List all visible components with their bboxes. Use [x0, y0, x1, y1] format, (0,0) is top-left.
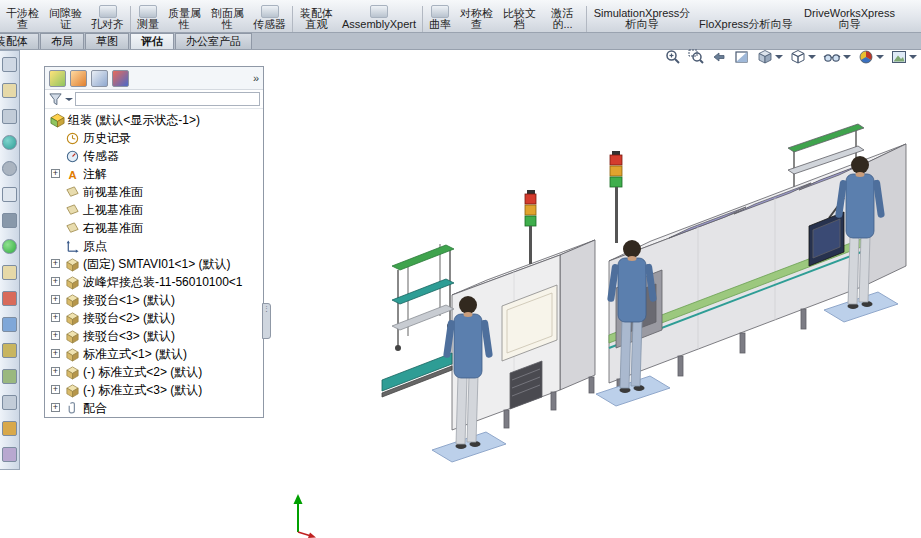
component-icon — [65, 257, 80, 272]
tree-item-history[interactable]: 历史记录 — [45, 129, 263, 147]
expand-icon[interactable]: + — [51, 385, 60, 394]
floxpress-wizard-button[interactable]: FloXpress分析向导 — [695, 0, 797, 32]
component-icon — [65, 347, 80, 362]
featuremanager-design-tree: » 组装 (默认<显示状态-1>) 历史记录 传感器 + 注解 前视基准面 — [44, 66, 264, 418]
tree-item-annotations[interactable]: + 注解 — [45, 165, 263, 183]
tab-layout[interactable]: 布局 — [40, 33, 84, 49]
tree-item-origin[interactable]: 原点 — [45, 237, 263, 255]
crosshair-icon[interactable] — [2, 291, 17, 306]
assemblyxpert-button[interactable]: AssemblyXpert — [338, 0, 420, 32]
ribbon-evaluate-toolbar: 干涉检查 间隙验证 孔对齐 测量 质量属性 剖面属性 传感器 装配体直观 Ass… — [0, 0, 921, 33]
tree-item-component[interactable]: + 接驳台<2> (默认) — [45, 309, 263, 327]
tree-item-right-plane[interactable]: 右视基准面 — [45, 219, 263, 237]
measure-icon[interactable] — [2, 265, 17, 280]
compare-documents-button[interactable]: 比较文档 — [498, 0, 541, 32]
ruler-icon[interactable] — [2, 83, 17, 98]
expand-icon[interactable]: + — [51, 295, 60, 304]
graphics-viewport[interactable] — [264, 48, 921, 538]
left-tool-strip — [0, 50, 20, 470]
tab-evaluate[interactable]: 评估 — [130, 33, 174, 49]
funnel-icon[interactable] — [2, 213, 17, 228]
plane-icon — [65, 221, 80, 236]
curvature-icon — [431, 5, 449, 18]
ribbon-separator — [292, 6, 293, 32]
expand-icon[interactable]: + — [51, 259, 60, 268]
component-icon — [65, 293, 80, 308]
propertymanager-tab-icon[interactable] — [70, 70, 87, 87]
clearance-verification-button[interactable]: 间隙验证 — [44, 0, 87, 32]
assembly-icon — [50, 113, 65, 128]
pushpin-icon[interactable] — [2, 109, 17, 124]
curvature-button[interactable]: 曲率 — [425, 0, 455, 32]
tree-item-front-plane[interactable]: 前视基准面 — [45, 183, 263, 201]
measure-button[interactable]: 测量 — [133, 0, 163, 32]
simulationxpress-wizard-button[interactable]: SimulationXpress分析向导 — [589, 0, 695, 32]
tree-list: 组装 (默认<显示状态-1>) 历史记录 传感器 + 注解 前视基准面 上视基准… — [45, 109, 263, 417]
component-icon — [65, 365, 80, 380]
tab-sketch[interactable]: 草图 — [85, 33, 129, 49]
expand-icon[interactable]: + — [51, 367, 60, 376]
component-icon — [65, 383, 80, 398]
component-icon — [65, 311, 80, 326]
history-icon — [65, 131, 80, 146]
displaymanager-tab-icon[interactable] — [112, 70, 129, 87]
snowflake-icon[interactable] — [2, 187, 17, 202]
sphere-icon[interactable] — [2, 135, 17, 150]
green-ball-icon[interactable] — [2, 239, 17, 254]
lock-icon[interactable] — [2, 343, 17, 358]
tree-item-component[interactable]: + 标准立式<1> (默认) — [45, 345, 263, 363]
featuremanager-tab-icon[interactable] — [49, 70, 66, 87]
configurationmanager-tab-icon[interactable] — [91, 70, 108, 87]
arrow-down-icon[interactable] — [2, 395, 17, 410]
assembly-visualization-button[interactable]: 装配体直观 — [295, 0, 338, 32]
expand-icon[interactable]: + — [51, 313, 60, 322]
image-icon[interactable] — [2, 369, 17, 384]
gear-icon[interactable] — [2, 161, 17, 176]
eye-icon[interactable] — [2, 317, 17, 332]
tab-assembly[interactable]: 装配体 — [0, 33, 39, 49]
hole-alignment-icon — [99, 5, 117, 18]
expand-icon[interactable]: + — [51, 403, 60, 412]
tree-item-mates[interactable]: + 配合 — [45, 399, 263, 417]
signal-tower-1[interactable] — [525, 190, 536, 264]
wrench-icon[interactable] — [2, 57, 17, 72]
sensors-button[interactable]: 传感器 — [249, 0, 290, 32]
tab-office-products[interactable]: 办公室产品 — [175, 33, 252, 49]
expand-icon[interactable]: + — [51, 331, 60, 340]
interference-detection-button[interactable]: 干涉检查 — [1, 0, 44, 32]
tree-root-assembly[interactable]: 组装 (默认<显示状态-1>) — [45, 111, 263, 129]
tree-item-component[interactable]: + 接驳台<3> (默认) — [45, 327, 263, 345]
active-documents-button[interactable]: 激活的... — [541, 0, 584, 32]
signal-tower-2[interactable] — [610, 151, 622, 243]
hole-alignment-button[interactable]: 孔对齐 — [87, 0, 128, 32]
conveyor-left[interactable] — [382, 353, 452, 397]
tree-item-component[interactable]: + (固定) SMTAVI01<1> (默认) — [45, 255, 263, 273]
cart-front-left[interactable] — [392, 244, 454, 351]
driveworksxpress-wizard-button[interactable]: DriveWorksXpress向导 — [797, 0, 903, 32]
mass-properties-button[interactable]: 质量属性 — [163, 0, 206, 32]
tree-item-component[interactable]: + (-) 标准立式<3> (默认) — [45, 381, 263, 399]
plane-icon — [65, 203, 80, 218]
tree-item-top-plane[interactable]: 上视基准面 — [45, 201, 263, 219]
filter-funnel-icon[interactable] — [48, 92, 63, 107]
tree-item-component[interactable]: + 接驳台<1> (默认) — [45, 291, 263, 309]
tree-item-component[interactable]: + 波峰焊接总装-11-56010100<1 — [45, 273, 263, 291]
pencil-icon[interactable] — [2, 421, 17, 436]
annotations-icon — [65, 167, 80, 182]
ribbon-separator — [586, 6, 587, 32]
plane-icon — [65, 185, 80, 200]
mates-icon — [65, 401, 80, 416]
expand-icon[interactable]: + — [51, 277, 60, 286]
symmetry-check-button[interactable]: 对称检查 — [455, 0, 498, 32]
sensors-icon — [261, 5, 279, 18]
tree-filter-input[interactable] — [75, 92, 260, 106]
section-properties-button[interactable]: 剖面属性 — [206, 0, 249, 32]
measure-icon — [139, 5, 157, 18]
panel-expand-chevron[interactable]: » — [253, 72, 259, 84]
tree-item-sensors[interactable]: 传感器 — [45, 147, 263, 165]
filter-caret[interactable] — [65, 98, 73, 101]
palette-icon[interactable] — [2, 447, 17, 462]
expand-icon[interactable]: + — [51, 349, 60, 358]
tree-item-component[interactable]: + (-) 标准立式<2> (默认) — [45, 363, 263, 381]
expand-icon[interactable]: + — [51, 169, 60, 178]
